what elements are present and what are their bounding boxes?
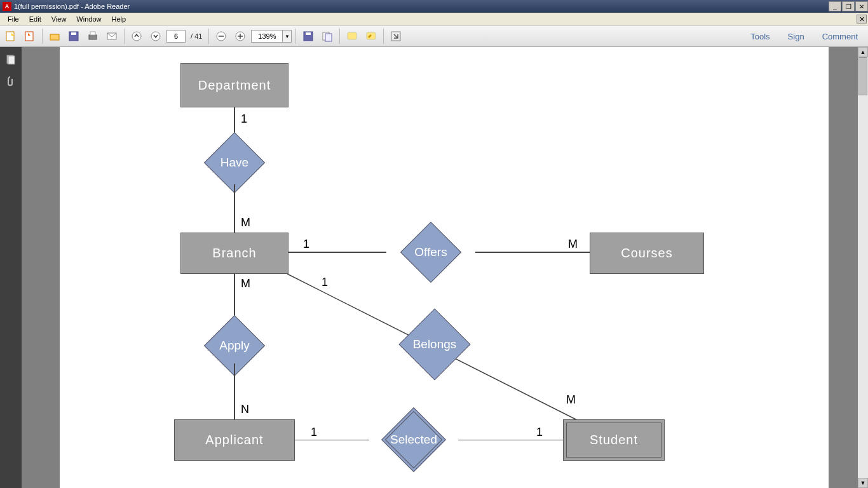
save-icon[interactable]: [65, 28, 82, 44]
minimize-button[interactable]: _: [829, 1, 841, 11]
page-up-icon[interactable]: [128, 28, 145, 44]
sticky-note-icon[interactable]: [344, 28, 360, 44]
relationship-selected-label: Selected: [369, 433, 458, 447]
cardinality-branch-apply: M: [241, 277, 250, 290]
zoom-out-icon[interactable]: [213, 28, 229, 44]
document-viewport[interactable]: Department 1 Have M Branch 1 Offers M Co…: [22, 47, 858, 488]
edge-applicant-selected: [295, 440, 369, 440]
cardinality-branch-belongs: 1: [322, 276, 328, 289]
thumbnails-icon[interactable]: [4, 53, 17, 66]
page-number-input[interactable]: [166, 30, 186, 43]
export-pdf-icon[interactable]: [3, 28, 19, 44]
relationship-offers-label: Offers: [386, 245, 475, 259]
close-button[interactable]: ✕: [855, 1, 868, 11]
attachments-icon[interactable]: [4, 75, 17, 88]
edge-have-branch: [234, 184, 235, 233]
scroll-down-icon[interactable]: ▼: [858, 478, 868, 488]
entity-applicant: Applicant: [174, 419, 295, 461]
svg-rect-2: [50, 34, 59, 40]
svg-rect-0: [6, 32, 14, 41]
zoom-dropdown-icon[interactable]: ▼: [283, 30, 292, 43]
page-total-label: / 41: [188, 32, 205, 40]
relationship-belongs-label: Belongs: [390, 337, 479, 351]
cardinality-selected-student: 1: [536, 426, 543, 439]
cardinality-applicant-selected: 1: [311, 426, 317, 439]
edge-selected-student: [458, 440, 563, 440]
cardinality-branch-offers: 1: [303, 238, 309, 251]
convert-icon[interactable]: [319, 28, 336, 44]
svg-rect-4: [71, 32, 76, 35]
entity-courses: Courses: [590, 233, 704, 274]
svg-rect-19: [348, 32, 356, 39]
svg-rect-16: [306, 32, 311, 35]
document-close-button[interactable]: ✕: [857, 15, 867, 24]
toolbar: / 41 ▼ Tools Sign Comment: [0, 25, 868, 47]
cardinality-dept-have: 1: [241, 112, 247, 126]
svg-rect-18: [325, 34, 332, 41]
menu-help[interactable]: Help: [106, 14, 131, 24]
comment-link[interactable]: Comment: [815, 32, 865, 41]
window-title: 1(full permission).pdf - Adobe Reader: [14, 3, 828, 10]
pdf-page: Department 1 Have M Branch 1 Offers M Co…: [60, 47, 829, 488]
tools-link[interactable]: Tools: [743, 32, 777, 41]
title-bar: A 1(full permission).pdf - Adobe Reader …: [0, 0, 868, 13]
zoom-in-icon[interactable]: [232, 28, 248, 44]
sign-link[interactable]: Sign: [780, 32, 812, 41]
relationship-have-label: Have: [190, 156, 279, 170]
svg-rect-1: [25, 32, 33, 41]
scroll-thumb[interactable]: [858, 57, 867, 95]
relationship-apply-label: Apply: [190, 339, 279, 353]
edge-offers-courses: [475, 252, 590, 253]
cardinality-apply-applicant: N: [241, 403, 249, 416]
nav-sidebar: [0, 47, 22, 488]
zoom-input[interactable]: [251, 30, 283, 43]
cardinality-belongs-student: M: [566, 393, 576, 407]
svg-rect-23: [8, 56, 15, 64]
page-down-icon[interactable]: [147, 28, 164, 44]
menu-window[interactable]: Window: [71, 14, 106, 24]
relationship-belongs: Belongs: [390, 319, 479, 370]
relationship-selected: Selected: [369, 414, 458, 465]
svg-rect-5: [89, 35, 97, 39]
svg-point-8: [132, 32, 141, 41]
entity-branch: Branch: [180, 233, 288, 274]
app-icon: A: [3, 2, 11, 11]
menu-view[interactable]: View: [46, 14, 72, 24]
svg-rect-6: [90, 32, 95, 35]
print-icon[interactable]: [85, 28, 101, 44]
cardinality-have-branch: M: [241, 216, 250, 229]
entity-department: Department: [180, 63, 288, 107]
open-icon[interactable]: [46, 28, 63, 44]
cardinality-offers-courses: M: [568, 238, 578, 251]
vertical-scrollbar[interactable]: ▲ ▼: [858, 47, 868, 488]
menu-bar: File Edit View Window Help ✕: [0, 13, 868, 25]
entity-student: Student: [563, 419, 665, 461]
email-icon[interactable]: [104, 28, 120, 44]
edge-apply-applicant: [234, 363, 235, 419]
save-share-icon[interactable]: [300, 28, 316, 44]
relationship-have: Have: [190, 137, 279, 188]
restore-button[interactable]: ❐: [842, 1, 855, 11]
menu-file[interactable]: File: [3, 14, 24, 24]
edge-branch-offers: [288, 252, 386, 253]
scroll-up-icon[interactable]: ▲: [858, 47, 868, 57]
create-pdf-icon[interactable]: [22, 28, 38, 44]
highlight-icon[interactable]: [363, 28, 379, 44]
menu-edit[interactable]: Edit: [24, 14, 46, 24]
relationship-offers: Offers: [386, 227, 475, 278]
read-mode-icon[interactable]: [388, 28, 404, 44]
svg-point-9: [151, 32, 160, 41]
